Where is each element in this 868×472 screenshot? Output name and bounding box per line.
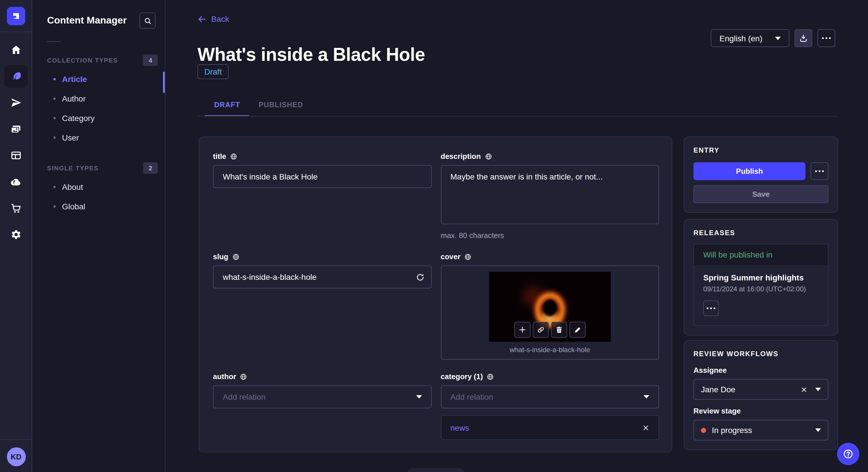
author-relation-select[interactable]: Add relation xyxy=(213,385,431,408)
more-actions-button[interactable] xyxy=(817,29,835,47)
media-library-icon[interactable] xyxy=(4,117,27,140)
strapi-admin-app: KD Content Manager COLLECTION TYPES 4 Ar… xyxy=(0,0,868,472)
relation-item-news: news xyxy=(441,415,659,440)
main-nav-rail: KD xyxy=(0,0,32,472)
marketplace-cart-icon[interactable] xyxy=(4,197,27,220)
chevron-down-icon xyxy=(416,395,422,399)
globe-icon xyxy=(232,253,239,260)
subnav-title: Content Manager xyxy=(47,15,127,26)
copy-link-button[interactable] xyxy=(533,322,549,338)
field-cover: cover xyxy=(441,252,659,360)
relation-placeholder: Add relation xyxy=(223,392,266,401)
sidebar-item-author[interactable]: Author xyxy=(32,89,165,108)
field-label-text: title xyxy=(213,152,226,161)
cover-actions xyxy=(515,322,586,338)
status-badge: Draft xyxy=(197,64,229,79)
single-types-count: 2 xyxy=(143,162,158,174)
settings-gear-icon[interactable] xyxy=(4,223,27,246)
edit-media-button[interactable] xyxy=(569,322,586,338)
content-manager-icon[interactable] xyxy=(4,65,27,88)
field-author: author Add relation xyxy=(213,372,431,408)
clear-assignee-button[interactable] xyxy=(801,386,807,393)
home-icon[interactable] xyxy=(4,38,27,61)
sidebar-item-label: User xyxy=(62,133,79,142)
release-name: Spring Summer highlights xyxy=(703,273,818,282)
field-label-text: description xyxy=(441,152,481,161)
review-stage-select[interactable]: In progress xyxy=(693,420,828,440)
export-button[interactable] xyxy=(795,29,812,47)
save-button[interactable]: Save xyxy=(693,185,828,203)
bullet-icon xyxy=(53,205,56,208)
relation-link[interactable]: news xyxy=(451,423,469,432)
collection-types-count: 4 xyxy=(143,55,158,66)
entry-panel: ENTRY Publish Save xyxy=(684,136,838,213)
field-label-text: category (1) xyxy=(441,372,483,381)
scroll-peek-pill xyxy=(407,468,464,472)
release-item: Will be published in Spring Summer highl… xyxy=(693,244,828,326)
field-category: category (1) Add relation news xyxy=(441,372,659,440)
locale-value: English (en) xyxy=(720,34,763,43)
back-link[interactable]: Back xyxy=(197,14,229,24)
arrow-left-icon xyxy=(197,14,206,23)
globe-icon xyxy=(464,253,471,260)
release-more-button[interactable] xyxy=(703,301,719,316)
help-button[interactable] xyxy=(837,443,859,465)
paper-plane-icon[interactable] xyxy=(4,91,27,114)
review-workflows-heading: REVIEW WORKFLOWS xyxy=(693,350,828,358)
sidebar-item-label: Author xyxy=(62,94,86,103)
trash-icon xyxy=(555,326,563,334)
sidebar-item-category[interactable]: Category xyxy=(32,108,165,128)
edit-view: Back What's inside a Black Hole English … xyxy=(165,0,868,472)
publish-button[interactable]: Publish xyxy=(693,162,805,180)
stage-value: In progress xyxy=(712,426,752,435)
title-input[interactable] xyxy=(213,165,431,188)
content-type-builder-icon[interactable] xyxy=(4,144,27,167)
globe-icon xyxy=(240,373,247,380)
tab-published[interactable]: PUBLISHED xyxy=(249,96,312,116)
sidebar-item-about[interactable]: About xyxy=(32,177,165,197)
bullet-icon xyxy=(53,98,56,100)
globe-icon xyxy=(487,373,494,380)
release-status: Will be published in xyxy=(694,244,828,265)
slug-input[interactable] xyxy=(213,266,431,289)
globe-icon xyxy=(230,153,237,160)
globe-icon xyxy=(485,153,492,160)
entry-form-card: title description Maybe the answer is in… xyxy=(198,136,672,452)
description-hint: max. 80 characters xyxy=(441,231,659,240)
locale-select[interactable]: English (en) xyxy=(711,29,789,47)
category-relation-select[interactable]: Add relation xyxy=(441,385,659,408)
release-date: 09/11/2024 at 16:00 (UTC+02:00) xyxy=(703,285,818,293)
strapi-logo-container[interactable] xyxy=(0,0,32,32)
sidebar-item-user[interactable]: User xyxy=(32,128,165,147)
chevron-down-icon xyxy=(775,36,781,40)
rail-footer: KD xyxy=(0,439,32,472)
sidebar-item-label: About xyxy=(62,182,83,192)
plus-icon xyxy=(518,326,526,334)
version-tabs: DRAFT PUBLISHED xyxy=(205,96,312,116)
sidebar-item-label: Global xyxy=(62,202,85,211)
assignee-select[interactable]: Jane Doe xyxy=(693,379,828,400)
user-avatar[interactable]: KD xyxy=(7,447,26,466)
bullet-icon xyxy=(53,136,56,139)
relation-placeholder: Add relation xyxy=(451,392,493,401)
entry-more-button[interactable] xyxy=(811,162,828,180)
tab-draft[interactable]: DRAFT xyxy=(205,96,249,116)
bullet-icon xyxy=(53,186,56,188)
regenerate-slug-button[interactable] xyxy=(415,273,424,281)
subnav-scrollbar-thumb[interactable] xyxy=(163,72,165,93)
add-media-button[interactable] xyxy=(515,322,530,338)
cloud-icon[interactable] xyxy=(4,170,27,193)
chevron-down-icon xyxy=(815,429,821,432)
assignee-label: Assignee xyxy=(693,366,828,374)
description-textarea[interactable]: Maybe the answer is in this article, or … xyxy=(441,165,659,224)
bullet-icon xyxy=(53,78,56,80)
sidebar-item-article[interactable]: Article xyxy=(32,69,165,89)
releases-panel: RELEASES Will be published in Spring Sum… xyxy=(684,219,838,336)
cover-media-card: what-s-inside-a-black-hole xyxy=(441,266,659,360)
field-label-text: slug xyxy=(213,252,228,261)
sidebar-item-global[interactable]: Global xyxy=(32,197,165,216)
refresh-icon xyxy=(415,273,424,281)
delete-media-button[interactable] xyxy=(551,322,567,338)
remove-relation-button[interactable] xyxy=(642,424,649,431)
search-button[interactable] xyxy=(140,12,156,29)
